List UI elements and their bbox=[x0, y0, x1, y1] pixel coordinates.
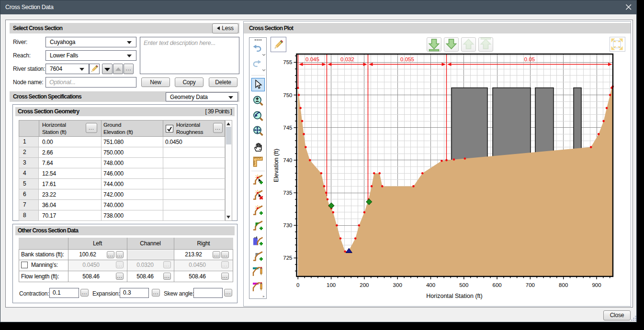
svg-text:900: 900 bbox=[592, 282, 601, 288]
svg-text:745: 745 bbox=[283, 125, 292, 131]
svg-text:0: 0 bbox=[296, 282, 299, 288]
svg-text:500: 500 bbox=[459, 282, 468, 288]
svg-text:100: 100 bbox=[327, 282, 336, 288]
svg-text:700: 700 bbox=[526, 282, 535, 288]
svg-text:Horizontal Station (ft): Horizontal Station (ft) bbox=[426, 293, 482, 299]
svg-text:Elevation (ft): Elevation (ft) bbox=[273, 149, 280, 182]
svg-text:740: 740 bbox=[283, 157, 292, 163]
svg-text:0.045: 0.045 bbox=[305, 56, 319, 62]
svg-text:750: 750 bbox=[283, 92, 292, 98]
svg-text:755: 755 bbox=[283, 59, 292, 65]
svg-text:300: 300 bbox=[393, 282, 402, 288]
svg-text:600: 600 bbox=[493, 282, 502, 288]
svg-text:0.05: 0.05 bbox=[524, 56, 535, 62]
svg-text:800: 800 bbox=[559, 282, 568, 288]
svg-text:735: 735 bbox=[283, 190, 292, 196]
svg-text:730: 730 bbox=[283, 222, 292, 228]
svg-text:200: 200 bbox=[360, 282, 369, 288]
svg-text:400: 400 bbox=[426, 282, 435, 288]
svg-text:725: 725 bbox=[283, 255, 292, 261]
svg-text:0.055: 0.055 bbox=[400, 56, 414, 62]
svg-text:0.032: 0.032 bbox=[340, 56, 354, 62]
